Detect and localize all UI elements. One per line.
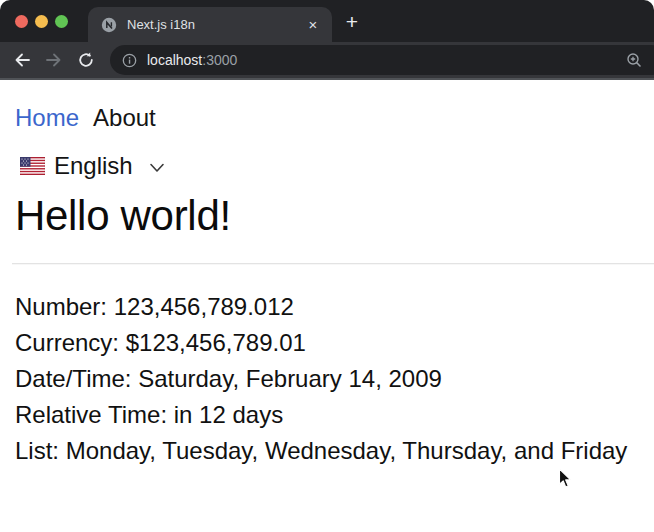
relative-time-line: Relative Time: in 12 days	[15, 401, 639, 429]
datetime-line: Date/Time: Saturday, February 14, 2009	[15, 365, 639, 393]
browser-tab[interactable]: Next.js i18n ×	[88, 7, 332, 42]
mouse-cursor	[558, 468, 572, 489]
nextjs-favicon-icon	[101, 17, 117, 33]
tab-close-icon[interactable]: ×	[304, 16, 322, 34]
reload-button[interactable]	[71, 45, 101, 75]
language-selected-label: English	[54, 152, 133, 180]
list-line: List: Monday, Tuesday, Wednesday, Thursd…	[15, 437, 639, 465]
page-info-icon[interactable]	[122, 53, 137, 68]
url-host: localhost	[147, 52, 202, 68]
forward-arrow-icon	[45, 51, 63, 69]
minimize-window-button[interactable]	[35, 15, 48, 28]
page-content: Home About E	[0, 80, 654, 465]
browser-window: Next.js i18n × +	[0, 0, 654, 532]
number-line: Number: 123,456,789.012	[15, 293, 639, 321]
divider	[12, 263, 654, 265]
url-text: localhost:3000	[147, 52, 237, 68]
back-arrow-icon	[13, 51, 31, 69]
us-flag-icon	[20, 157, 45, 175]
nav-link-home[interactable]: Home	[15, 104, 79, 132]
browser-toolbar: localhost:3000	[0, 42, 654, 78]
fullscreen-window-button[interactable]	[55, 15, 68, 28]
reload-icon	[77, 51, 95, 69]
site-nav: Home About	[15, 80, 639, 132]
back-button[interactable]	[7, 45, 37, 75]
url-bar[interactable]: localhost:3000	[110, 45, 654, 75]
chevron-down-icon	[149, 163, 165, 173]
formatted-values-list: Number: 123,456,789.012 Currency: $123,4…	[15, 293, 639, 465]
currency-line: Currency: $123,456,789.01	[15, 329, 639, 357]
close-window-button[interactable]	[15, 15, 28, 28]
tab-strip: Next.js i18n × +	[0, 0, 654, 42]
forward-button[interactable]	[39, 45, 69, 75]
nav-link-about[interactable]: About	[93, 104, 156, 132]
zoom-level-icon[interactable]	[626, 52, 642, 68]
new-tab-button[interactable]: +	[340, 10, 364, 34]
url-port: :3000	[202, 52, 237, 68]
tab-title: Next.js i18n	[127, 7, 304, 42]
language-selector[interactable]: English	[15, 152, 639, 180]
page-title: Hello world!	[15, 193, 639, 239]
